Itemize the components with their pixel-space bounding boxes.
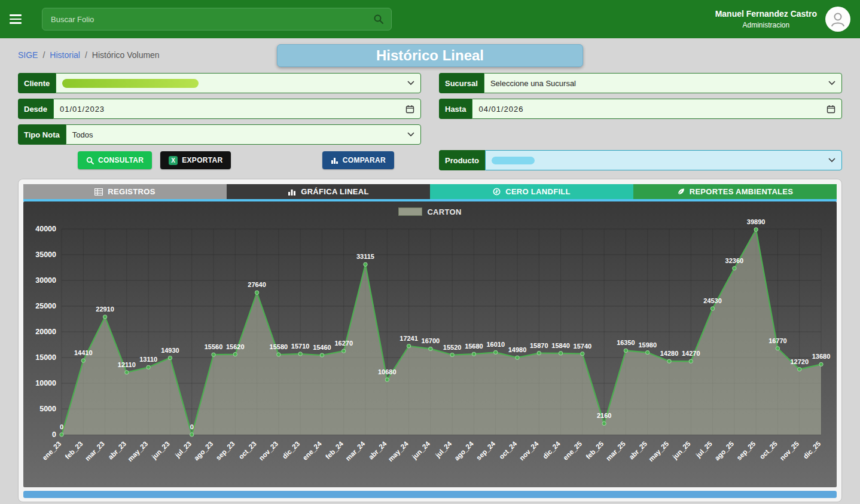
search-input[interactable] [50, 14, 373, 25]
calendar-icon[interactable] [827, 105, 835, 114]
user-name: Manuel Fernandez Castro [715, 9, 817, 19]
sucursal-label: Sucursal [439, 73, 484, 93]
line-chart[interactable]: 0500010000150002000025000300003500040000… [23, 219, 837, 485]
svg-text:15560: 15560 [205, 343, 223, 350]
sucursal-field: Sucursal Seleccione una Sucursal [439, 73, 842, 93]
svg-text:0: 0 [190, 423, 194, 430]
svg-text:15740: 15740 [574, 343, 592, 350]
svg-text:ene_25: ene_25 [562, 440, 583, 462]
sucursal-select[interactable]: Seleccione una Sucursal [484, 73, 842, 93]
svg-text:abr_24: abr_24 [367, 440, 388, 461]
svg-text:sep_23: sep_23 [215, 440, 236, 462]
chart-area: CARTON 050001000015000200002500030000350… [23, 201, 837, 487]
svg-text:jul_25: jul_25 [694, 440, 714, 460]
desde-date-input[interactable]: 01/01/2023 [53, 99, 421, 119]
svg-text:16010: 16010 [486, 341, 505, 348]
breadcrumb-sige[interactable]: SIGE [18, 50, 38, 60]
svg-text:mar_23: mar_23 [84, 440, 106, 462]
exportar-button[interactable]: X EXPORTAR [160, 151, 231, 169]
tab-bar: REGISTROS GRÁFICA LINEAL CERO LANDFILL R… [23, 184, 837, 199]
tab-registros[interactable]: REGISTROS [23, 184, 227, 199]
legend-swatch [398, 207, 422, 216]
search-icon[interactable] [373, 14, 384, 25]
svg-text:oct_24: oct_24 [498, 440, 519, 461]
svg-text:feb_24: feb_24 [324, 440, 345, 461]
hasta-date-input[interactable]: 04/01/2026 [472, 99, 842, 119]
svg-text:15460: 15460 [313, 344, 331, 351]
desde-field: Desde 01/01/2023 [18, 99, 421, 119]
svg-text:ago_24: ago_24 [453, 440, 475, 462]
svg-text:13680: 13680 [812, 353, 831, 360]
svg-text:20000: 20000 [35, 328, 56, 336]
breadcrumb-separator: / [85, 50, 87, 60]
chart-legend[interactable]: CARTON [23, 204, 837, 219]
producto-select[interactable] [485, 150, 842, 170]
breadcrumb-current: Histórico Volumen [92, 50, 160, 60]
breadcrumb-separator: / [42, 50, 45, 60]
svg-text:15580: 15580 [270, 343, 288, 350]
svg-text:ene_23: ene_23 [41, 440, 62, 462]
svg-text:39890: 39890 [747, 219, 766, 225]
cliente-select[interactable] [56, 73, 421, 93]
svg-text:17241: 17241 [399, 335, 418, 342]
producto-label: Producto [439, 150, 485, 170]
tab-grafica-label: GRÁFICA LINEAL [301, 187, 369, 196]
svg-text:15620: 15620 [226, 343, 245, 350]
comparar-button[interactable]: COMPARAR [322, 151, 394, 169]
bar-chart-icon [288, 188, 296, 196]
svg-text:dic_23: dic_23 [281, 440, 301, 460]
horizontal-scrollbar[interactable] [23, 491, 837, 498]
tab-grafica-lineal[interactable]: GRÁFICA LINEAL [227, 184, 430, 199]
tab-reportes-ambientales[interactable]: REPORTES AMBIENTALES [633, 184, 837, 199]
svg-text:jun_25: jun_25 [671, 440, 692, 461]
svg-text:feb_23: feb_23 [63, 440, 84, 460]
tab-cero-label: CERO LANDFILL [505, 187, 571, 196]
svg-text:mar_25: mar_25 [605, 440, 627, 462]
hamburger-menu-icon[interactable] [10, 9, 30, 29]
breadcrumb-historial[interactable]: Historial [50, 50, 80, 60]
excel-icon: X [169, 156, 178, 165]
hasta-label: Hasta [439, 99, 472, 119]
svg-text:2160: 2160 [597, 412, 611, 419]
tab-cero-landfill[interactable]: CERO LANDFILL [430, 184, 633, 199]
folio-search-box[interactable] [42, 8, 392, 30]
results-card: REGISTROS GRÁFICA LINEAL CERO LANDFILL R… [18, 179, 842, 502]
svg-text:ene_24: ene_24 [301, 440, 323, 462]
svg-text:14280: 14280 [660, 350, 679, 357]
svg-text:sep_24: sep_24 [475, 440, 496, 462]
svg-text:15980: 15980 [638, 341, 657, 349]
desde-label: Desde [18, 99, 53, 119]
svg-text:jul_23: jul_23 [173, 440, 193, 459]
svg-text:16350: 16350 [617, 339, 635, 346]
svg-text:mar_24: mar_24 [344, 440, 366, 462]
sucursal-selected-value: Seleccione una Sucursal [490, 79, 576, 88]
svg-text:abr_25: abr_25 [627, 440, 648, 461]
svg-text:13110: 13110 [139, 356, 157, 363]
svg-text:abr_23: abr_23 [107, 440, 128, 461]
calendar-icon[interactable] [405, 105, 414, 114]
svg-text:dic_24: dic_24 [541, 440, 562, 460]
search-icon [86, 157, 94, 164]
cliente-label: Cliente [18, 73, 56, 93]
svg-text:14980: 14980 [508, 346, 527, 353]
chevron-down-icon [828, 81, 835, 85]
user-info: Manuel Fernandez Castro Administracion [715, 9, 817, 29]
svg-text:ago_25: ago_25 [713, 440, 736, 462]
svg-text:22910: 22910 [96, 306, 114, 313]
svg-text:15710: 15710 [291, 343, 310, 350]
svg-text:16770: 16770 [768, 337, 787, 344]
svg-text:35000: 35000 [35, 251, 56, 259]
consultar-button[interactable]: CONSULTAR [78, 151, 152, 169]
svg-text:14410: 14410 [74, 349, 93, 356]
cliente-field: Cliente [18, 73, 421, 93]
svg-text:may_24: may_24 [387, 440, 410, 463]
svg-text:nov_25: nov_25 [779, 440, 801, 462]
svg-text:0: 0 [52, 430, 56, 439]
avatar[interactable] [825, 7, 850, 32]
svg-text:may_23: may_23 [126, 440, 149, 463]
hasta-value: 04/01/2026 [478, 105, 523, 114]
svg-text:5000: 5000 [39, 405, 56, 413]
svg-text:16700: 16700 [422, 337, 440, 344]
svg-text:10680: 10680 [378, 368, 397, 375]
tipo-nota-select[interactable]: Todos [66, 124, 421, 145]
